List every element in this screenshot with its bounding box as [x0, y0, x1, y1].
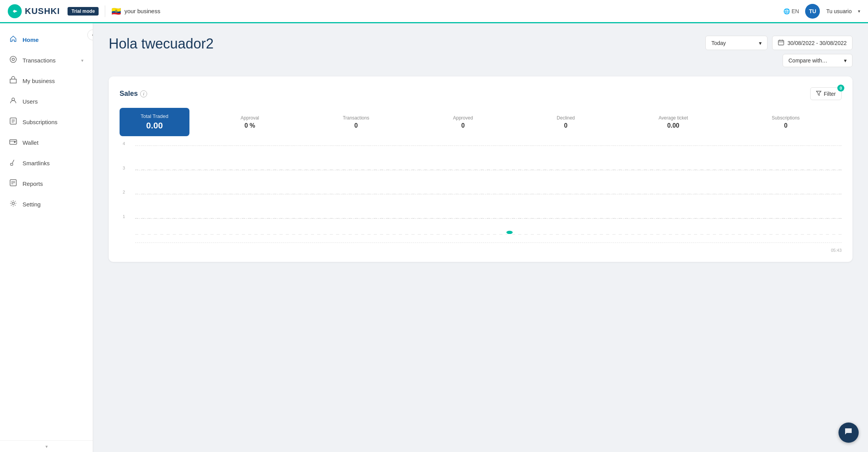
date-range-button[interactable]: 30/08/2022 - 30/08/2022: [772, 36, 852, 50]
chat-button[interactable]: [838, 423, 859, 443]
chat-icon: [844, 427, 853, 438]
sidebar-item-home-label: Home: [23, 36, 83, 43]
subscriptions-stat-label: Subscriptions: [772, 115, 800, 121]
user-initials: TU: [809, 8, 816, 14]
subscriptions-stat-value: 0: [772, 122, 800, 129]
home-icon: [9, 35, 17, 45]
transactions-icon: [9, 55, 17, 65]
users-icon: [9, 97, 17, 106]
approved-value: 0: [453, 122, 473, 129]
calendar-icon: [778, 39, 784, 47]
transactions-value: 0: [343, 122, 369, 129]
transactions-label: Transactions: [343, 115, 369, 121]
svg-point-25: [505, 230, 513, 234]
stat-avg-ticket: Average ticket 0.00: [659, 115, 688, 129]
sidebar-scroll[interactable]: ▾: [0, 440, 93, 452]
sales-info-icon[interactable]: i: [140, 90, 147, 97]
stat-subscriptions: Subscriptions 0: [772, 115, 800, 129]
business-name: your business: [124, 8, 160, 14]
date-range-label: 30/08/2022 - 30/08/2022: [787, 40, 847, 46]
trial-badge: Trial mode: [68, 7, 99, 16]
reports-icon: [9, 179, 17, 189]
compare-button[interactable]: Compare with… ▾: [783, 54, 852, 67]
sales-title-text: Sales: [120, 90, 138, 98]
filter-label: Filter: [824, 91, 836, 97]
period-select[interactable]: Today ▾: [705, 36, 767, 50]
approval-value: 0 %: [241, 122, 259, 129]
sidebar-item-transactions-label: Transactions: [23, 57, 76, 64]
sidebar-item-my-business-label: My business: [23, 78, 83, 84]
sidebar-item-home[interactable]: Home: [0, 29, 93, 50]
sidebar-item-smartlinks[interactable]: Smartlinks: [0, 153, 93, 173]
controls-row2: Compare with… ▾: [783, 54, 852, 67]
sidebar-item-subscriptions[interactable]: Subscriptions: [0, 112, 93, 132]
approval-label: Approval: [241, 115, 259, 121]
logo-text: KUSHKI: [25, 6, 60, 16]
sales-title: Sales i: [120, 90, 147, 98]
sidebar-item-users[interactable]: Users: [0, 91, 93, 112]
wallet-icon: [9, 138, 17, 147]
topnav-right: 🌐 EN TU Tu usuario ▾: [783, 4, 860, 19]
sidebar-item-wallet[interactable]: Wallet: [0, 132, 93, 153]
page-header: Hola twecuador2 Today ▾ 30/08/2022 - 30/…: [109, 36, 852, 67]
stats-grid: Approval 0 % Transactions 0 Approved 0 D…: [189, 115, 842, 129]
period-chevron-icon: ▾: [759, 40, 762, 46]
top-navigation: KUSHKI Trial mode 🇪🇨 your business 🌐 EN …: [0, 0, 868, 23]
sidebar-item-reports[interactable]: Reports: [0, 173, 93, 194]
y-label-1: 1: [123, 214, 125, 219]
filter-icon: [816, 90, 821, 97]
sidebar-item-reports-label: Reports: [23, 180, 83, 187]
user-chevron-icon[interactable]: ▾: [858, 9, 860, 14]
stat-approved: Approved 0: [453, 115, 473, 129]
svg-point-16: [12, 202, 14, 204]
transactions-chevron-icon: ▾: [81, 58, 83, 63]
nav-divider: [105, 5, 105, 17]
setting-icon: [9, 199, 17, 209]
compare-chevron-icon: ▾: [844, 57, 847, 64]
y-label-4: 4: [123, 141, 125, 146]
svg-rect-10: [14, 141, 16, 143]
compare-label: Compare with…: [788, 57, 827, 64]
logo-container: KUSHKI Trial mode: [8, 4, 99, 18]
total-traded-value: 0.00: [130, 121, 179, 131]
business-selector[interactable]: 🇪🇨 your business: [111, 7, 160, 16]
sidebar-item-transactions[interactable]: Transactions ▾: [0, 50, 93, 71]
sidebar-item-wallet-label: Wallet: [23, 139, 83, 146]
declined-value: 0: [557, 122, 575, 129]
stat-transactions: Transactions 0: [343, 115, 369, 129]
y-label-2: 2: [123, 190, 125, 194]
logo-icon: [8, 4, 22, 18]
filter-badge: 0: [837, 85, 844, 92]
svg-point-2: [12, 58, 14, 61]
total-traded-button[interactable]: Total Traded 0.00: [120, 108, 189, 136]
svg-rect-17: [778, 40, 784, 45]
sidebar-nav: Home Transactions ▾ My business: [0, 23, 93, 440]
sidebar-item-users-label: Users: [23, 98, 83, 105]
controls-row1: Today ▾ 30/08/2022 - 30/08/2022: [705, 36, 852, 50]
sidebar: ‹ Home Transactions ▾: [0, 23, 93, 452]
header-controls: Today ▾ 30/08/2022 - 30/08/2022 Compare …: [705, 36, 852, 67]
smartlinks-icon: [9, 158, 17, 168]
svg-point-1: [10, 56, 16, 62]
avg-ticket-label: Average ticket: [659, 115, 688, 121]
sidebar-item-setting[interactable]: Setting: [0, 194, 93, 215]
lang-label: EN: [792, 8, 799, 14]
period-label: Today: [711, 40, 726, 46]
y-label-3: 3: [123, 166, 125, 170]
approved-label: Approved: [453, 115, 473, 121]
stat-approval: Approval 0 %: [241, 115, 259, 129]
sales-header: Sales i Filter 0: [120, 87, 842, 100]
user-avatar[interactable]: TU: [805, 4, 820, 19]
language-selector[interactable]: 🌐 EN: [783, 8, 799, 14]
stat-declined: Declined 0: [557, 115, 575, 129]
flag-icon: 🇪🇨: [111, 7, 121, 16]
x-axis-label: 05:43: [831, 248, 842, 253]
sidebar-item-my-business[interactable]: My business: [0, 71, 93, 91]
filter-button[interactable]: Filter 0: [810, 87, 842, 100]
chart-svg: [135, 145, 842, 242]
svg-rect-3: [10, 79, 16, 83]
total-traded-label: Total Traded: [130, 113, 179, 119]
main-content: Hola twecuador2 Today ▾ 30/08/2022 - 30/…: [93, 23, 868, 452]
avg-ticket-value: 0.00: [659, 122, 688, 129]
svg-rect-9: [10, 140, 17, 144]
